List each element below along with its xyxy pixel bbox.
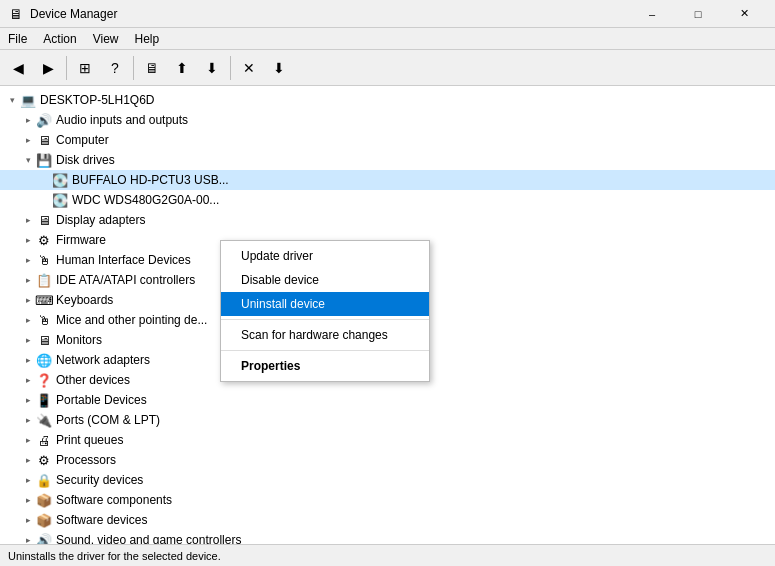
tree-item-print[interactable]: 🖨 Print queues: [0, 430, 775, 450]
audio-expand[interactable]: [20, 112, 36, 128]
display-label: Display adapters: [56, 213, 145, 227]
audio-icon: 🔊: [36, 112, 52, 128]
tree-item-portable[interactable]: 📱 Portable Devices: [0, 390, 775, 410]
print-label: Print queues: [56, 433, 123, 447]
sound-expand[interactable]: [20, 532, 36, 544]
close-button[interactable]: ✕: [721, 0, 767, 28]
tree-item-audio[interactable]: 🔊 Audio inputs and outputs: [0, 110, 775, 130]
sound-label: Sound, video and game controllers: [56, 533, 241, 544]
portable-label: Portable Devices: [56, 393, 147, 407]
processors-icon: ⚙: [36, 452, 52, 468]
other-icon: ❓: [36, 372, 52, 388]
tree-item-sw-devices[interactable]: 📦 Software devices: [0, 510, 775, 530]
app-title: Device Manager: [30, 7, 117, 21]
other-label: Other devices: [56, 373, 130, 387]
tree-item-display[interactable]: 🖥 Display adapters: [0, 210, 775, 230]
disk-expand[interactable]: [20, 152, 36, 168]
sw-devices-expand[interactable]: [20, 512, 36, 528]
menu-view[interactable]: View: [85, 30, 127, 48]
ide-label: IDE ATA/ATAPI controllers: [56, 273, 195, 287]
sw-components-icon: 📦: [36, 492, 52, 508]
monitors-expand[interactable]: [20, 332, 36, 348]
tree-item-ports[interactable]: 🔌 Ports (COM & LPT): [0, 410, 775, 430]
firmware-icon: ⚙: [36, 232, 52, 248]
ports-label: Ports (COM & LPT): [56, 413, 160, 427]
tree-root[interactable]: 💻 DESKTOP-5LH1Q6D: [0, 90, 775, 110]
properties-button[interactable]: ⊞: [71, 54, 99, 82]
network-icon: 🌐: [36, 352, 52, 368]
window-controls: – □ ✕: [629, 0, 767, 28]
audio-label: Audio inputs and outputs: [56, 113, 188, 127]
minimize-button[interactable]: –: [629, 0, 675, 28]
root-expand-arrow[interactable]: [4, 92, 20, 108]
mice-label: Mice and other pointing de...: [56, 313, 207, 327]
add-legacy-button[interactable]: ⬇: [265, 54, 293, 82]
status-bar: Uninstalls the driver for the selected d…: [0, 544, 775, 566]
ctx-uninstall-device[interactable]: Uninstall device: [221, 292, 429, 316]
display-expand[interactable]: [20, 212, 36, 228]
uninstall-button[interactable]: ✕: [235, 54, 263, 82]
keyboards-icon: ⌨: [36, 292, 52, 308]
sw-components-label: Software components: [56, 493, 172, 507]
firmware-expand[interactable]: [20, 232, 36, 248]
keyboards-label: Keyboards: [56, 293, 113, 307]
mice-icon: 🖱: [36, 312, 52, 328]
tree-item-computer[interactable]: 🖥 Computer: [0, 130, 775, 150]
monitors-label: Monitors: [56, 333, 102, 347]
ctx-update-driver[interactable]: Update driver: [221, 244, 429, 268]
sound-icon: 🔊: [36, 532, 52, 544]
ctx-disable-device[interactable]: Disable device: [221, 268, 429, 292]
hid-label: Human Interface Devices: [56, 253, 191, 267]
main-content: 💻 DESKTOP-5LH1Q6D 🔊 Audio inputs and out…: [0, 86, 775, 544]
back-button[interactable]: ◀: [4, 54, 32, 82]
tree-item-sw-components[interactable]: 📦 Software components: [0, 490, 775, 510]
scan-hardware-button[interactable]: 🖥: [138, 54, 166, 82]
maximize-button[interactable]: □: [675, 0, 721, 28]
ports-icon: 🔌: [36, 412, 52, 428]
computer-expand[interactable]: [20, 132, 36, 148]
wdc-icon: 💽: [52, 192, 68, 208]
tree-item-sound[interactable]: 🔊 Sound, video and game controllers: [0, 530, 775, 544]
tree-item-security[interactable]: 🔒 Security devices: [0, 470, 775, 490]
sw-components-expand[interactable]: [20, 492, 36, 508]
tree-item-wdc[interactable]: 💽 WDC WDS480G2G0A-00...: [0, 190, 775, 210]
sw-devices-icon: 📦: [36, 512, 52, 528]
ctx-properties[interactable]: Properties: [221, 354, 429, 378]
processors-expand[interactable]: [20, 452, 36, 468]
computer-icon: 🖥: [36, 132, 52, 148]
help-button[interactable]: ?: [101, 54, 129, 82]
ctx-scan-hardware[interactable]: Scan for hardware changes: [221, 323, 429, 347]
ide-expand[interactable]: [20, 272, 36, 288]
hid-expand[interactable]: [20, 252, 36, 268]
monitors-icon: 🖥: [36, 332, 52, 348]
print-icon: 🖨: [36, 432, 52, 448]
other-expand[interactable]: [20, 372, 36, 388]
print-expand[interactable]: [20, 432, 36, 448]
hid-icon: 🖱: [36, 252, 52, 268]
security-expand[interactable]: [20, 472, 36, 488]
firmware-label: Firmware: [56, 233, 106, 247]
portable-icon: 📱: [36, 392, 52, 408]
network-expand[interactable]: [20, 352, 36, 368]
wdc-label: WDC WDS480G2G0A-00...: [72, 193, 219, 207]
forward-button[interactable]: ▶: [34, 54, 62, 82]
device-tree[interactable]: 💻 DESKTOP-5LH1Q6D 🔊 Audio inputs and out…: [0, 86, 775, 544]
network-label: Network adapters: [56, 353, 150, 367]
app-icon: 🖥: [8, 6, 24, 22]
tree-item-buffalo[interactable]: 💽 BUFFALO HD-PCTU3 USB...: [0, 170, 775, 190]
tree-item-processors[interactable]: ⚙ Processors: [0, 450, 775, 470]
buffalo-icon: 💽: [52, 172, 68, 188]
processors-label: Processors: [56, 453, 116, 467]
portable-expand[interactable]: [20, 392, 36, 408]
update-driver-button[interactable]: ⬆: [168, 54, 196, 82]
tree-item-disk-drives[interactable]: 💾 Disk drives: [0, 150, 775, 170]
title-bar: 🖥 Device Manager – □ ✕: [0, 0, 775, 28]
ports-expand[interactable]: [20, 412, 36, 428]
menu-help[interactable]: Help: [127, 30, 168, 48]
menu-action[interactable]: Action: [35, 30, 84, 48]
buffalo-label: BUFFALO HD-PCTU3 USB...: [72, 173, 229, 187]
display-icon: 🖥: [36, 212, 52, 228]
mice-expand[interactable]: [20, 312, 36, 328]
menu-file[interactable]: File: [0, 30, 35, 48]
rollback-driver-button[interactable]: ⬇: [198, 54, 226, 82]
